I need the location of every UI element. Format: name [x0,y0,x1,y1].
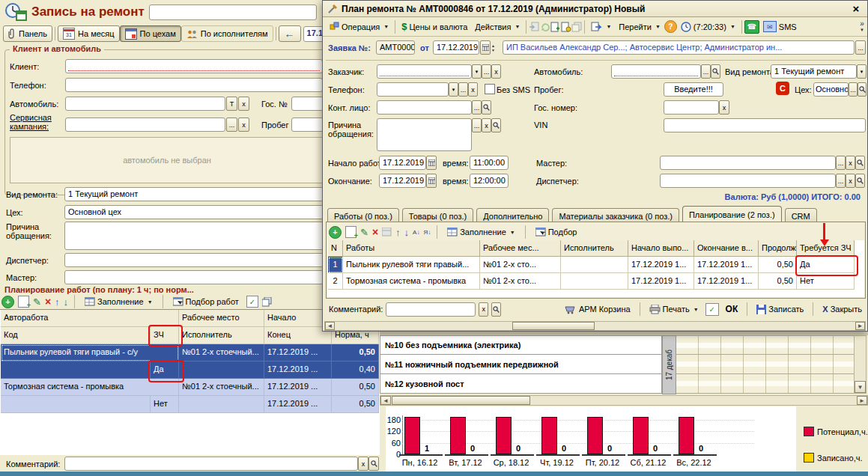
search-icon[interactable] [491,118,501,132]
dropdown-button[interactable]: ▼ [449,82,458,97]
send-doc-menu-button[interactable]: ▼ [587,20,615,33]
scroll-left-button[interactable]: ◄ [380,396,391,405]
table-cell-start[interactable]: 17.12.2019 ... [264,379,332,396]
clear-button[interactable]: x [846,156,855,170]
table-cell-place[interactable]: №01 2-х стоечный... [179,344,264,361]
close-icon[interactable]: × [849,2,863,15]
copy-row-icon[interactable]: + [18,296,29,308]
clear-button[interactable]: x [482,118,491,132]
search-icon[interactable] [858,82,867,97]
request-date-field[interactable]: 17.12.2019 [433,40,479,55]
clear-button[interactable]: x [479,302,488,317]
cell-work[interactable]: Тормозная система - промывка [343,273,480,290]
end-date-field[interactable]: 17.12.2019 [379,174,426,188]
master-input[interactable] [660,156,836,170]
close-button[interactable]: X Закрыть [819,303,866,315]
cell-duration[interactable]: 0,50 [759,273,797,290]
tab-crm[interactable]: CRM [785,208,817,222]
start-date-field[interactable]: 17.12.2019 [379,156,426,170]
scroll-right-button[interactable]: ► [855,322,865,330]
gos-number-input[interactable] [664,100,719,115]
scroll-down-button[interactable]: ▼ [855,381,866,393]
gos-input[interactable] [291,97,324,111]
search-icon[interactable] [855,174,865,188]
row-selector-cell[interactable]: 2 [328,273,343,290]
table-cell-work[interactable]: Пыльник рулевой тяги правый - с/у [1,344,179,361]
help-icon[interactable]: ? [664,20,677,33]
fill-menu-button[interactable]: Заполнение▼ [81,296,156,308]
timer-button[interactable]: (7:20:33)▼ [677,20,739,34]
mileage-warning-field[interactable]: Введите!!! [664,82,723,97]
ok-check-icon[interactable]: ✓ [705,303,719,316]
edit-row-icon[interactable]: ✎ [360,227,368,238]
pick-button[interactable]: ... [226,118,237,132]
cell-requires-parts[interactable]: Да [797,257,855,273]
cell-end[interactable]: 17.12.2019 1... [694,273,759,290]
master-input[interactable] [64,270,324,284]
booking-title-input[interactable] [149,4,317,20]
tab-additional[interactable]: Дополнительно [476,208,549,222]
clear-button[interactable]: x [238,97,249,111]
type-select-button[interactable]: Т [226,97,237,111]
clear-button[interactable]: x [719,100,729,115]
shop-field[interactable]: Основной цех [64,205,324,219]
pick-button[interactable]: ... [472,100,482,115]
panel-button[interactable]: Панель [3,25,52,42]
reason-textarea[interactable] [64,222,324,250]
delete-row-icon[interactable]: × [372,226,378,238]
back-arrow-button[interactable]: ← [279,25,301,42]
prices-currency-button[interactable]: $ Цены и валюта [398,19,471,34]
month-view-button[interactable]: 31 На месяц [58,25,120,42]
clear-button[interactable]: x [846,174,855,188]
history-icon[interactable]: C [776,82,789,95]
phone-input[interactable] [377,82,449,97]
clear-button[interactable]: x [358,457,368,471]
cart-workplace-button[interactable]: АРМ Корзина [560,303,634,316]
pick-button[interactable]: ... [701,64,711,79]
doc-coins-icon[interactable] [561,22,571,32]
pick-button[interactable]: ... [836,174,846,188]
ok-button[interactable]: ОК [722,302,742,316]
comment-input[interactable] [64,457,358,471]
mileage-input[interactable] [291,118,324,132]
cell-executor[interactable] [561,257,628,273]
move-down-icon[interactable]: ↓ [64,296,69,308]
repair-kind-field[interactable]: 1 Текущий ремонт [64,187,324,201]
table-cell-norm[interactable]: 0,50 [332,344,379,361]
sort-asc-icon[interactable]: А↓ [413,229,419,236]
request-number-field[interactable]: АМТ0000846 [376,40,415,55]
scroll-left-button[interactable]: ◄ [325,322,335,330]
pick-button[interactable]: ... [472,118,482,132]
cell-start[interactable]: 17.12.2019 1... [628,273,694,290]
no-sms-checkbox[interactable] [485,84,495,94]
pick-button[interactable]: ... [458,82,468,97]
cell-executor[interactable] [561,273,628,290]
tab-customer-materials[interactable]: Материалы заказчика (0 поз.) [552,208,679,222]
tab-planning[interactable]: Планирование (2 поз.) [682,206,782,222]
customer-input[interactable] [377,64,472,79]
scrollbar-thumb[interactable] [512,322,595,330]
tab-works[interactable]: Работы (0 поз.) [327,208,399,222]
move-down-icon[interactable]: ↓ [404,227,410,238]
row-selector-cell[interactable]: 1 [328,257,343,273]
toolbar-overflow-button[interactable]: »▼ [860,21,864,33]
clear-button[interactable]: x [491,64,501,79]
repair-kind-select[interactable]: 1 Текущий ремонт [771,64,857,79]
by-executors-button[interactable]: По исполнителям [181,25,273,42]
sort-desc-icon[interactable]: Я↓ [423,229,431,236]
print-button[interactable]: Печать▼ [646,303,702,316]
table-cell-code[interactable] [1,396,151,413]
scrollbar-thumb[interactable] [392,396,530,405]
dialog-horizontal-scrollbar[interactable]: ◄ ► [324,321,866,331]
cell-end[interactable]: 17.12.2019 1... [694,257,759,273]
table-cell-norm[interactable]: 0,50 [332,379,379,396]
table-cell-code[interactable] [1,361,151,379]
calendar-icon[interactable] [426,174,437,188]
move-up-icon[interactable]: ↑ [55,296,60,308]
edit-row-icon[interactable]: ✎ [33,296,41,308]
vertical-scrollbar[interactable]: ▼ [854,335,867,394]
table-cell-work[interactable]: Тормозная система - промывка [1,379,179,396]
operation-menu-button[interactable]: Операция▼ [326,20,392,33]
campaign-input[interactable] [65,118,225,132]
add-row-icon[interactable]: + [329,226,342,239]
